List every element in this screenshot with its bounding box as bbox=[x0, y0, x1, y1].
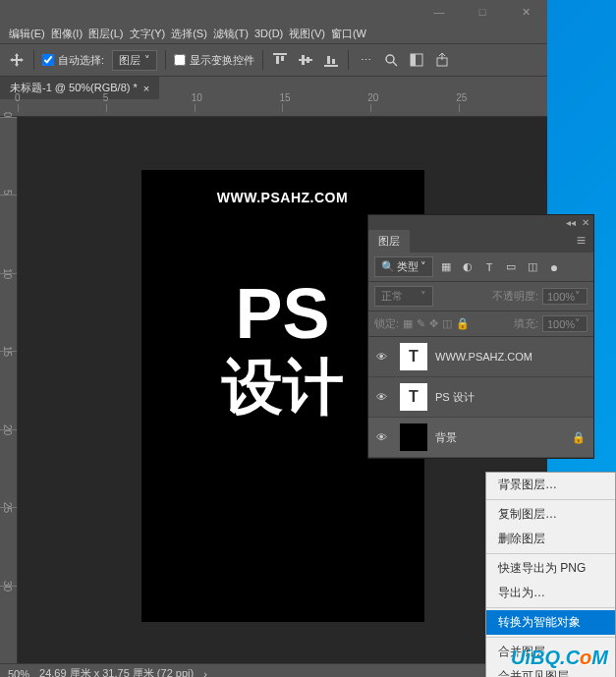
search-icon[interactable] bbox=[382, 51, 400, 69]
close-button[interactable]: ✕ bbox=[504, 0, 547, 24]
layer-name[interactable]: PS 设计 bbox=[435, 390, 475, 405]
lock-artboard-icon[interactable]: ◫ bbox=[442, 317, 452, 330]
lock-row: 锁定: ▦ ✎ ✥ ◫ 🔒 填充: 100%˅ bbox=[368, 311, 593, 337]
svg-rect-0 bbox=[273, 53, 287, 55]
doc-title: 未标题-1 @ 50%(RGB/8) * bbox=[10, 81, 138, 95]
align-top-icon[interactable] bbox=[271, 51, 289, 69]
document-tab[interactable]: 未标题-1 @ 50%(RGB/8) * × bbox=[0, 77, 159, 99]
move-tool-icon[interactable] bbox=[8, 51, 26, 69]
filter-adjust-icon[interactable]: ◐ bbox=[459, 259, 476, 275]
layer-name[interactable]: 背景 bbox=[435, 430, 457, 445]
layer-item[interactable]: 👁 背景 🔒 bbox=[368, 418, 593, 458]
separator bbox=[348, 50, 349, 70]
layer-item[interactable]: 👁 T WWW.PSAHZ.COM bbox=[368, 337, 593, 377]
fill-label: 填充: bbox=[514, 316, 538, 331]
menu-duplicate[interactable]: 复制图层… bbox=[486, 502, 615, 527]
svg-rect-2 bbox=[281, 56, 284, 61]
visibility-icon[interactable]: 👁 bbox=[376, 351, 392, 363]
menu-image[interactable]: 图像(I) bbox=[48, 25, 85, 43]
canvas-url-text: WWW.PSAHZ.COM bbox=[141, 190, 424, 205]
svg-rect-5 bbox=[307, 57, 309, 63]
watermark: UiBQ.CoM bbox=[511, 647, 608, 669]
menubar: 编辑(E) 图像(I) 图层(L) 文字(Y) 选择(S) 滤镜(T) 3D(D… bbox=[0, 24, 547, 43]
svg-rect-4 bbox=[302, 55, 305, 65]
panel-tabs: 图层 ≡ bbox=[368, 229, 593, 253]
collapse-icon[interactable]: ◂◂ bbox=[566, 217, 576, 228]
filter-type-dropdown[interactable]: 🔍 类型 ˅ bbox=[374, 256, 433, 277]
text-layer-thumb: T bbox=[400, 343, 427, 370]
layer-name[interactable]: WWW.PSAHZ.COM bbox=[435, 351, 532, 363]
chevron-down-icon: ˅ bbox=[420, 260, 426, 273]
separator bbox=[165, 50, 166, 70]
menu-layer[interactable]: 图层(L) bbox=[85, 25, 126, 43]
text-layer-thumb: T bbox=[400, 383, 427, 411]
menu-select[interactable]: 选择(S) bbox=[168, 25, 210, 43]
svg-rect-6 bbox=[324, 65, 338, 67]
panel-menu-icon[interactable]: ≡ bbox=[569, 232, 593, 250]
filter-pixel-icon[interactable]: ▦ bbox=[437, 259, 455, 275]
layer-filter-row: 🔍 类型 ˅ ▦ ◐ T ▭ ◫ ● bbox=[368, 253, 593, 282]
blend-mode-dropdown[interactable]: 正常 ˅ bbox=[374, 286, 433, 307]
menu-edit[interactable]: 编辑(E) bbox=[6, 25, 48, 43]
visibility-icon[interactable]: 👁 bbox=[376, 391, 392, 403]
lock-pixels-icon[interactable]: ▦ bbox=[403, 317, 413, 330]
separator bbox=[33, 50, 34, 70]
lock-brush-icon[interactable]: ✎ bbox=[417, 317, 425, 330]
minimize-button[interactable]: — bbox=[418, 0, 461, 24]
panel-titlebar[interactable]: ◂◂ ✕ bbox=[368, 215, 593, 229]
auto-select-checkbox[interactable]: 自动选择: bbox=[42, 53, 104, 68]
filter-smart-icon[interactable]: ◫ bbox=[524, 259, 541, 275]
filter-toggle-icon[interactable]: ● bbox=[545, 259, 563, 275]
lock-icon: 🔒 bbox=[572, 431, 586, 444]
filter-shape-icon[interactable]: ▭ bbox=[502, 259, 520, 275]
visibility-icon[interactable]: 👁 bbox=[376, 431, 392, 443]
align-vcenter-icon[interactable] bbox=[297, 51, 314, 69]
vertical-ruler: 0 5 10 15 20 25 30 bbox=[0, 117, 18, 663]
svg-rect-7 bbox=[327, 56, 330, 64]
lock-label: 锁定: bbox=[374, 316, 399, 331]
panel-close-icon[interactable]: ✕ bbox=[582, 217, 589, 228]
close-tab-icon[interactable]: × bbox=[143, 83, 149, 94]
menu-convert-smart[interactable]: 转换为智能对象 bbox=[486, 610, 615, 635]
lock-position-icon[interactable]: ✥ bbox=[429, 317, 438, 330]
separator bbox=[262, 50, 263, 70]
menu-3d[interactable]: 3D(D) bbox=[252, 26, 286, 41]
layer-dropdown[interactable]: 图层 ˅ bbox=[112, 50, 157, 71]
doc-dims: 24.69 厘米 x 31.75 厘米 (72 ppi) bbox=[39, 666, 194, 677]
show-transform-input[interactable] bbox=[174, 54, 186, 66]
opacity-input[interactable]: 100%˅ bbox=[542, 288, 588, 305]
fill-input[interactable]: 100%˅ bbox=[542, 315, 588, 332]
menu-view[interactable]: 视图(V) bbox=[286, 25, 328, 43]
maximize-button[interactable]: □ bbox=[461, 0, 504, 24]
lock-all-icon[interactable]: 🔒 bbox=[456, 317, 470, 330]
auto-select-input[interactable] bbox=[42, 54, 54, 66]
separator bbox=[486, 553, 615, 554]
menu-text[interactable]: 文字(Y) bbox=[127, 25, 169, 43]
chevron-down-icon: ˅ bbox=[420, 290, 426, 303]
svg-rect-3 bbox=[299, 59, 312, 61]
more-icon[interactable]: ⋯ bbox=[357, 51, 374, 69]
blend-mode-row: 正常 ˅ 不透明度: 100%˅ bbox=[368, 282, 593, 311]
svg-point-9 bbox=[386, 55, 394, 63]
statusbar: 50% 24.69 厘米 x 31.75 厘米 (72 ppi) › bbox=[0, 663, 547, 677]
tab-layers[interactable]: 图层 bbox=[368, 230, 410, 253]
show-transform-checkbox[interactable]: 显示变换控件 bbox=[174, 53, 254, 68]
share-icon[interactable] bbox=[433, 51, 451, 69]
zoom-value[interactable]: 50% bbox=[8, 668, 29, 678]
menu-window[interactable]: 窗口(W bbox=[328, 25, 369, 43]
horizontal-ruler: 0 5 10 15 20 25 bbox=[0, 99, 547, 117]
align-bottom-icon[interactable] bbox=[322, 51, 340, 69]
toolbar: 自动选择: 图层 ˅ 显示变换控件 ⋯ bbox=[0, 43, 547, 77]
menu-filter[interactable]: 滤镜(T) bbox=[210, 25, 252, 43]
arrange-icon[interactable] bbox=[408, 51, 425, 69]
svg-rect-1 bbox=[276, 56, 279, 64]
show-transform-label: 显示变换控件 bbox=[190, 53, 254, 68]
menu-bg-layer[interactable]: 背景图层… bbox=[486, 473, 615, 497]
menu-quick-export[interactable]: 快速导出为 PNG bbox=[486, 556, 615, 581]
menu-delete[interactable]: 删除图层 bbox=[486, 527, 615, 551]
layer-item[interactable]: 👁 T PS 设计 bbox=[368, 377, 593, 418]
filter-text-icon[interactable]: T bbox=[480, 259, 498, 275]
search-icon: 🔍 bbox=[381, 260, 395, 273]
chevron-right-icon[interactable]: › bbox=[203, 668, 207, 678]
menu-export-as[interactable]: 导出为… bbox=[486, 581, 615, 605]
